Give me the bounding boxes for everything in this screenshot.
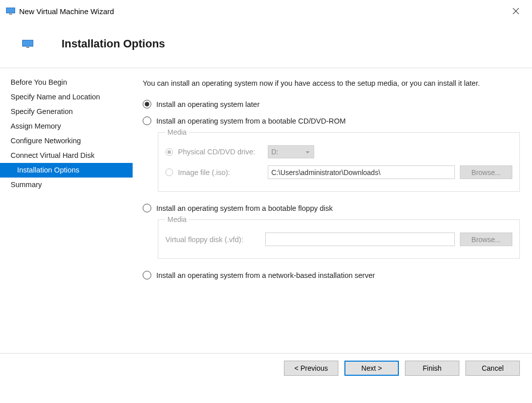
- radio-icon: [143, 100, 151, 108]
- floppy-media-fieldset: Media Virtual floppy disk (.vfd): Browse…: [158, 215, 520, 259]
- step-assign-memory[interactable]: Assign Memory: [0, 119, 133, 134]
- wizard-steps-sidebar: Before You Begin Specify Name and Locati…: [0, 68, 133, 353]
- radio-install-cd[interactable]: Install an operating system from a boota…: [143, 117, 520, 125]
- description-text: You can install an operating system now …: [143, 78, 520, 89]
- cancel-button[interactable]: Cancel: [465, 361, 520, 376]
- svg-rect-7: [26, 47, 29, 48]
- radio-label: Install an operating system from a boota…: [156, 117, 346, 125]
- browse-iso-button: Browse...: [460, 165, 512, 179]
- radio-icon: [143, 204, 151, 212]
- step-specify-name-location[interactable]: Specify Name and Location: [0, 90, 133, 104]
- iso-label: Image file (.iso):: [178, 168, 268, 177]
- finish-button[interactable]: Finish: [405, 361, 459, 376]
- step-installation-options[interactable]: Installation Options: [0, 163, 133, 178]
- main-panel: You can install an operating system now …: [133, 68, 532, 353]
- previous-button[interactable]: < Previous: [284, 361, 338, 376]
- radio-install-floppy[interactable]: Install an operating system from a boota…: [143, 204, 520, 212]
- radio-icon: [143, 117, 151, 125]
- sub-radio-physical-drive: [165, 148, 173, 156]
- monitor-icon: [6, 8, 15, 15]
- sub-radio-iso: [165, 168, 173, 176]
- close-button[interactable]: [506, 4, 526, 19]
- footer-buttons: < Previous Next > Finish Cancel: [0, 353, 532, 382]
- radio-label: Install an operating system from a netwo…: [156, 271, 375, 279]
- radio-install-later[interactable]: Install an operating system later: [143, 100, 520, 108]
- step-summary[interactable]: Summary: [0, 178, 133, 192]
- radio-label: Install an operating system later: [156, 100, 260, 108]
- heading-area: Installation Options: [0, 22, 532, 68]
- titlebar: New Virtual Machine Wizard: [0, 0, 532, 22]
- physical-drive-dropdown: D:: [268, 145, 314, 158]
- radio-icon: [143, 271, 151, 279]
- page-heading: Installation Options: [62, 37, 165, 50]
- content: Before You Begin Specify Name and Locati…: [0, 68, 532, 353]
- svg-rect-1: [7, 8, 15, 13]
- vfd-label: Virtual floppy disk (.vfd):: [165, 236, 265, 244]
- step-configure-networking[interactable]: Configure Networking: [0, 134, 133, 148]
- step-connect-virtual-hard-disk[interactable]: Connect Virtual Hard Disk: [0, 148, 133, 163]
- iso-path-input: [268, 165, 455, 179]
- browse-vfd-button: Browse...: [460, 233, 512, 246]
- fieldset-legend: Media: [165, 215, 189, 223]
- radio-install-network[interactable]: Install an operating system from a netwo…: [143, 271, 520, 279]
- svg-rect-6: [23, 40, 33, 46]
- physical-drive-label: Physical CD/DVD drive:: [178, 148, 268, 156]
- radio-label: Install an operating system from a boota…: [156, 204, 333, 212]
- cd-media-fieldset: Media Physical CD/DVD drive: D: Image fi…: [158, 128, 520, 192]
- next-button[interactable]: Next >: [344, 361, 399, 376]
- fieldset-legend: Media: [165, 128, 189, 136]
- svg-rect-2: [9, 14, 12, 15]
- window-title: New Virtual Machine Wizard: [19, 7, 114, 16]
- monitor-icon: [22, 40, 33, 48]
- step-specify-generation[interactable]: Specify Generation: [0, 104, 133, 119]
- vfd-path-input: [265, 233, 455, 246]
- step-before-you-begin[interactable]: Before You Begin: [0, 75, 133, 90]
